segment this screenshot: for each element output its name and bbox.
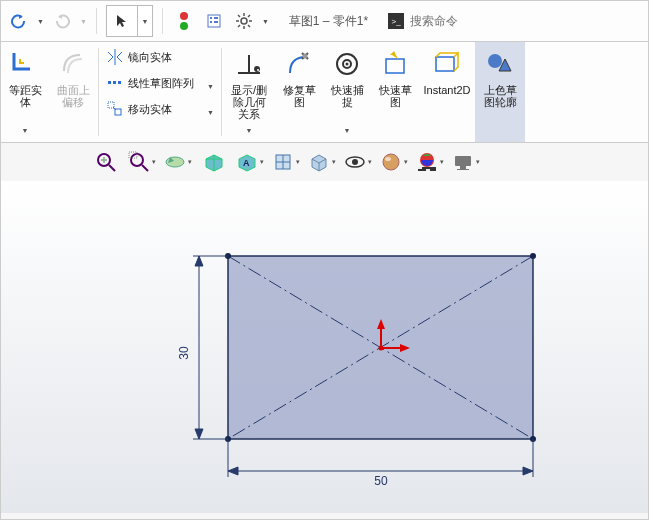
title-bar: ▼ ▼ ▼ ▼ 草图1 – 零件1* >_ — [1, 1, 648, 42]
dimension-width: 50 — [374, 474, 388, 488]
surface-offset-icon — [55, 46, 91, 82]
prompt-icon: >_ — [388, 13, 404, 29]
svg-rect-5 — [214, 17, 218, 19]
list-icon[interactable] — [202, 9, 226, 33]
shaded-sketch-button[interactable]: 上色草 图轮廓 — [475, 42, 525, 142]
svg-point-1 — [180, 22, 188, 30]
svg-line-15 — [248, 15, 250, 17]
svg-point-33 — [488, 54, 502, 68]
svg-point-0 — [180, 12, 188, 20]
dropdown-caret[interactable]: ▼ — [262, 18, 269, 25]
svg-point-49 — [385, 157, 391, 161]
separator — [221, 48, 222, 136]
separator — [96, 8, 97, 34]
quick-snaps-button[interactable]: 快速捕 捉 ▼ — [323, 42, 371, 142]
hide-show-button[interactable]: ▾ — [343, 147, 373, 177]
svg-point-62 — [530, 253, 536, 259]
label: 线性草图阵列 — [128, 76, 194, 91]
mirror-icon — [106, 48, 124, 66]
svg-line-13 — [248, 25, 250, 27]
section-view-button[interactable] — [199, 147, 229, 177]
sketch-drawing: 30 50 — [1, 181, 649, 513]
sketch-tools-group: 镜向实体 线性草图阵列 ▼ 移动实体 ▼ — [100, 42, 220, 142]
repair-icon — [281, 46, 317, 82]
linear-pattern-icon — [106, 74, 124, 92]
view-orientation-button[interactable]: ▾ — [271, 147, 301, 177]
svg-rect-17 — [108, 81, 111, 84]
svg-rect-55 — [460, 166, 466, 169]
svg-line-37 — [142, 165, 148, 171]
svg-rect-53 — [426, 169, 430, 171]
svg-rect-54 — [455, 156, 471, 166]
svg-point-7 — [241, 18, 247, 24]
document-title: 草图1 – 零件1* — [289, 13, 368, 30]
redo-button[interactable] — [50, 9, 74, 33]
svg-rect-52 — [418, 167, 422, 169]
previous-view-button[interactable]: ▾ — [163, 147, 193, 177]
svg-rect-32 — [436, 57, 454, 71]
svg-rect-4 — [210, 21, 212, 23]
svg-line-12 — [238, 15, 240, 17]
mirror-entities-button[interactable]: 镜向实体 — [106, 46, 214, 68]
svg-rect-3 — [210, 17, 212, 19]
svg-rect-18 — [113, 81, 116, 84]
traffic-light-icon[interactable] — [172, 9, 196, 33]
dimension-height: 30 — [177, 346, 191, 360]
offset-entities-button[interactable]: 等距实 体 ▼ — [1, 42, 49, 142]
dropdown-caret[interactable]: ▼ — [344, 127, 351, 134]
svg-line-35 — [109, 165, 115, 171]
svg-point-36 — [131, 154, 143, 166]
display-relations-button[interactable]: 显示/删 除几何 关系 ▼ — [223, 42, 275, 142]
dropdown-caret[interactable]: ▼ — [138, 6, 152, 36]
search-input[interactable] — [408, 13, 642, 29]
rapid-sketch-icon — [377, 46, 413, 82]
linear-pattern-button[interactable]: 线性草图阵列 ▼ — [106, 72, 214, 94]
select-tool[interactable]: ▼ — [106, 5, 153, 37]
command-search[interactable]: >_ — [388, 13, 642, 29]
svg-point-25 — [254, 66, 260, 72]
view-settings-button[interactable]: ▾ — [451, 147, 481, 177]
svg-point-67 — [379, 346, 384, 351]
svg-point-30 — [346, 63, 349, 66]
ribbon-toolbar: 等距实 体 ▼ 曲面上 偏移 镜向实体 线性草图阵列 ▼ 移动实体 ▼ 显示/删… — [1, 42, 648, 143]
svg-point-48 — [383, 154, 399, 170]
svg-rect-6 — [214, 21, 218, 23]
apply-scene-button[interactable]: ▾ — [415, 147, 445, 177]
display-style-button[interactable]: ▾ — [307, 147, 337, 177]
settings-gear-icon[interactable] — [232, 9, 256, 33]
zoom-area-button[interactable]: ▾ — [127, 147, 157, 177]
label: 镜向实体 — [128, 50, 172, 65]
edit-appearance-button[interactable]: ▾ — [379, 147, 409, 177]
undo-button[interactable] — [7, 9, 31, 33]
snap-icon — [329, 46, 365, 82]
dynamic-annotation-button[interactable]: A▾ — [235, 147, 265, 177]
dropdown-caret[interactable]: ▼ — [37, 18, 44, 25]
label: 移动实体 — [128, 102, 172, 117]
separator — [98, 48, 99, 136]
svg-rect-56 — [457, 169, 469, 170]
offset-entities-icon — [7, 46, 43, 82]
dropdown-caret[interactable]: ▼ — [207, 109, 214, 116]
move-icon — [106, 100, 124, 118]
svg-rect-19 — [118, 81, 121, 84]
zoom-fit-button[interactable] — [91, 147, 121, 177]
separator — [162, 8, 163, 34]
instant2d-button[interactable]: Instant2D — [419, 42, 475, 142]
repair-sketch-button[interactable]: 修复草 图 — [275, 42, 323, 142]
svg-text:A: A — [243, 158, 250, 168]
rapid-sketch-button[interactable]: 快速草 图 — [371, 42, 419, 142]
svg-point-26 — [257, 69, 259, 71]
svg-point-27 — [303, 54, 308, 59]
instant2d-icon — [429, 46, 465, 82]
dropdown-caret[interactable]: ▼ — [246, 127, 253, 134]
dropdown-caret: ▼ — [80, 18, 87, 25]
surface-offset-button: 曲面上 偏移 — [49, 42, 97, 142]
dropdown-caret[interactable]: ▼ — [207, 83, 214, 90]
perpendicular-icon — [231, 46, 267, 82]
dropdown-caret[interactable]: ▼ — [22, 127, 29, 134]
graphics-area[interactable]: 30 50 — [1, 181, 648, 513]
svg-point-47 — [352, 159, 358, 165]
shaded-sketch-icon — [482, 46, 518, 82]
move-entities-button[interactable]: 移动实体 ▼ — [106, 98, 214, 120]
svg-rect-31 — [386, 59, 404, 73]
